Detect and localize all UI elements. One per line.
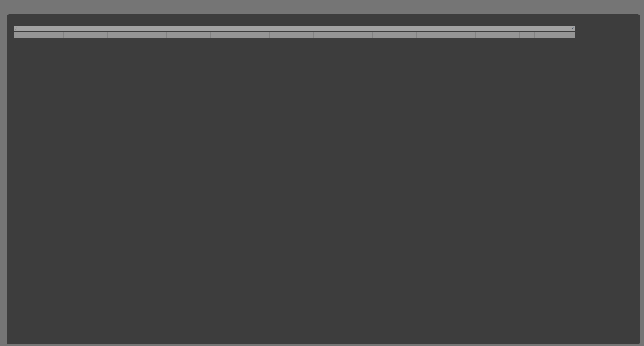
track-lanes [7, 14, 640, 344]
arrangement-view: < [7, 14, 640, 344]
ableton-live-window: < [0, 0, 644, 346]
